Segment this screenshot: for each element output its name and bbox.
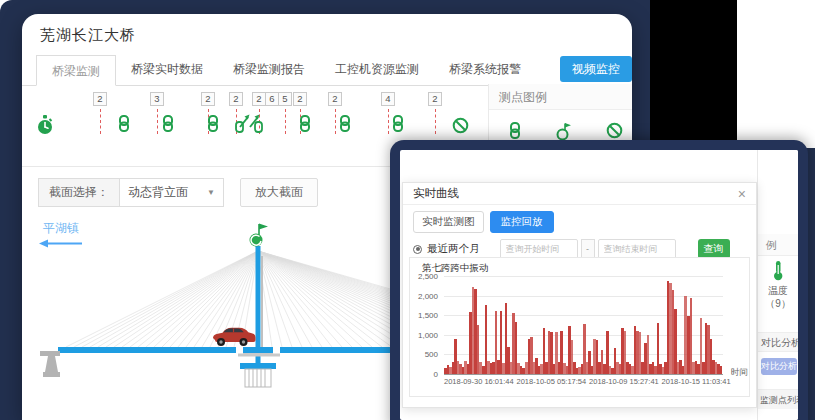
tab-monitor-playback[interactable]: 监控回放 [490, 211, 554, 233]
wind-sensor-icon [250, 224, 269, 247]
modal-header: 实时曲线 × [403, 183, 756, 205]
bar [472, 287, 475, 374]
sensor-count-badge: 3 [150, 92, 164, 106]
expansion-joint-left [236, 347, 243, 354]
last-two-months-label: 最近两个月 [427, 242, 480, 256]
bar [639, 332, 642, 374]
x-tick-label: 2018-10-05 05:17:54 [517, 377, 587, 386]
bar [662, 367, 665, 374]
expansion-joint-right [273, 347, 280, 354]
playback-window: 例 温度 （9） 对比分析 对比分析 监测点列表 实时曲线 × 实时监测图 [390, 140, 808, 420]
background-white-region [737, 0, 815, 148]
plot-area: 2018-09-30 16:01:442018-10-05 05:17:5420… [444, 276, 723, 374]
deck-crossbeam [238, 353, 280, 357]
sensor-count-badge: 4 [381, 92, 395, 106]
sensor-count-badge: 6 [265, 92, 279, 106]
y-tick-label: 500 [425, 350, 438, 359]
bar [631, 366, 634, 374]
section-select-dropdown[interactable]: 动态背立面 ▼ [120, 178, 224, 207]
chevron-down-icon: ▼ [207, 188, 215, 197]
x-tick-label: 2018-10-15 11:03:41 [662, 377, 731, 386]
background-black-region [650, 0, 737, 148]
point-list-section-label: 监测点列表 [758, 389, 798, 409]
legend-panel-title: 测点图例 [489, 84, 632, 110]
modal-title: 实时曲线 [413, 186, 459, 201]
bar [464, 361, 467, 374]
sensor-dash-mark [435, 109, 436, 134]
section-controls: 截面选择： 动态背立面 ▼ 放大截面 [38, 178, 318, 207]
chain-icon [392, 115, 404, 136]
x-tick-label: 2018-09-30 16:01:44 [444, 377, 514, 386]
bar [692, 362, 695, 374]
side-panel-partial-header: 例 [758, 234, 798, 256]
section-select-value: 动态背立面 [128, 184, 188, 201]
bar [720, 366, 723, 374]
y-tick-label: 2,500 [418, 272, 438, 281]
close-icon[interactable]: × [738, 187, 746, 201]
sensor-count-badge: 2 [293, 92, 307, 106]
bar [459, 364, 462, 374]
compare-analysis-button[interactable]: 对比分析 [761, 358, 797, 375]
bar [517, 363, 520, 374]
y-tick-label: 1,000 [418, 331, 438, 340]
bar [654, 366, 657, 374]
sensor-dash-mark [157, 109, 158, 134]
compare-section-label: 对比分析 [758, 332, 798, 352]
tab-realtime-chart[interactable]: 实时监测图 [413, 211, 484, 233]
bar [586, 362, 589, 374]
chain-icon [339, 115, 351, 136]
temperature-block: 温度 （9） [758, 260, 798, 310]
bar [533, 362, 536, 374]
x-tick-label: 2018-10-09 15:27:41 [589, 377, 659, 386]
sensor-count-badge: 2 [428, 92, 442, 106]
bar [624, 331, 627, 374]
sensor-count-badge: 5 [278, 92, 292, 106]
bar [566, 366, 569, 374]
query-button[interactable]: 查询 [698, 239, 730, 259]
query-start-time-input[interactable] [500, 239, 578, 259]
x-axis-title: 时间 [731, 367, 748, 379]
bar [647, 335, 650, 374]
bar [548, 331, 551, 374]
y-tick-label: 0 [434, 370, 438, 379]
bridge-tower [256, 246, 261, 363]
last-two-months-radio[interactable] [413, 245, 422, 254]
bar [578, 367, 581, 374]
sensor-count-badge: 2 [328, 92, 342, 106]
enlarge-section-button[interactable]: 放大截面 [240, 178, 318, 207]
y-tick-label: 2,000 [418, 292, 438, 301]
tower-cap [240, 363, 276, 369]
chain-icon [207, 115, 219, 136]
bar [495, 311, 498, 374]
sensor-count-badge: 2 [201, 92, 215, 106]
bar [502, 363, 505, 374]
y-tick-label: 1,500 [418, 311, 438, 320]
car-sprite [213, 328, 256, 346]
bar [601, 350, 604, 374]
bar [619, 364, 622, 374]
bar [555, 332, 558, 374]
stopwatch-icon [36, 115, 54, 139]
temperature-count: （9） [758, 297, 798, 310]
bar [715, 362, 718, 374]
bar [487, 361, 490, 374]
sensor-dash-mark [100, 109, 101, 134]
bar [540, 364, 543, 374]
vibration-chart: 第七跨跨中振动 2,5002,0001,5001,0005000 2018-09… [409, 257, 750, 397]
side-panel: 例 温度 （9） 对比分析 对比分析 监测点列表 [757, 150, 798, 420]
query-row: 最近两个月 - 查询 [403, 239, 756, 259]
temperature-label: 温度 [758, 284, 798, 297]
query-end-time-input[interactable] [598, 239, 676, 259]
bar [609, 366, 612, 374]
sensor-dash-mark [285, 109, 286, 134]
bar [700, 318, 703, 374]
chain-icon [299, 115, 311, 136]
bar [525, 362, 528, 374]
prohibit-icon [452, 117, 469, 138]
sensor-dash-mark [335, 109, 336, 134]
bar [684, 296, 687, 374]
bar [672, 290, 675, 374]
sensor-count-badge: 2 [252, 92, 266, 106]
realtime-curve-modal: 实时曲线 × 实时监测图 监控回放 最近两个月 - 查询 [402, 182, 757, 408]
bar [449, 367, 452, 374]
